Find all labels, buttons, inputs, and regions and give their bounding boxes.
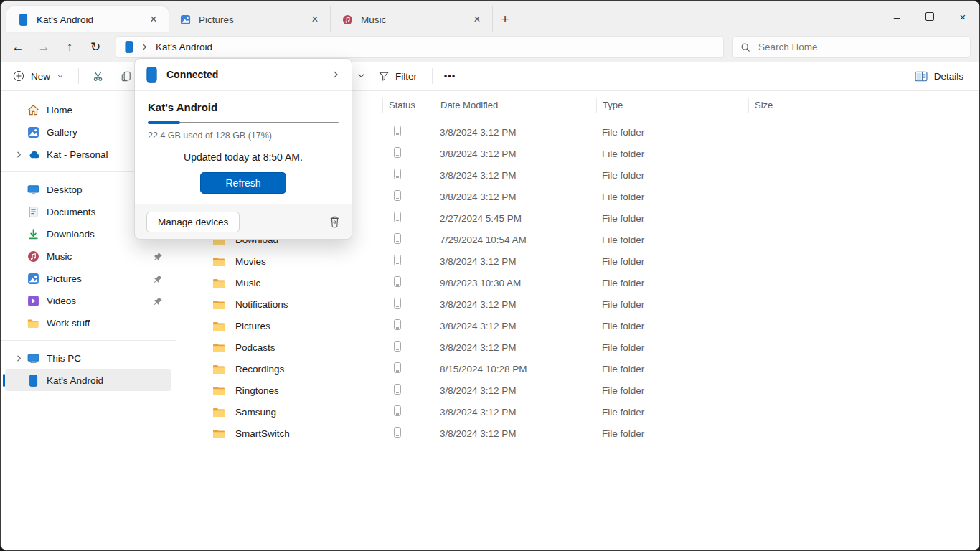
- file-name-cell: Ringtones: [176, 385, 382, 396]
- refresh-button[interactable]: ↻: [83, 36, 108, 59]
- sidebar-item-pictures[interactable]: Pictures: [5, 268, 171, 289]
- onedrive-icon: [27, 149, 40, 161]
- manage-devices-button[interactable]: Manage devices: [146, 212, 240, 232]
- more-options-button[interactable]: •••: [437, 65, 463, 88]
- tab-pictures[interactable]: Pictures×: [169, 6, 331, 32]
- file-row-pictures[interactable]: Pictures3/8/2024 3:12 PMFile folder: [176, 315, 979, 336]
- maximize-button[interactable]: [913, 1, 946, 32]
- flyout-body: Kat's Android 22.4 GB used of 128 GB (17…: [135, 91, 352, 204]
- phone-icon: [17, 12, 29, 27]
- sidebar-item-work-stuff[interactable]: Work stuff: [5, 312, 171, 334]
- file-status-cell: [382, 427, 433, 441]
- flyout-footer: Manage devices: [135, 204, 352, 239]
- close-button[interactable]: ×: [946, 1, 979, 32]
- sidebar-item-label: Documents: [47, 207, 95, 217]
- tab-music[interactable]: Music×: [331, 6, 493, 32]
- sidebar-item-label: Videos: [47, 296, 76, 306]
- file-row-notifications[interactable]: Notifications3/8/2024 3:12 PMFile folder: [176, 293, 979, 315]
- file-type: File folder: [596, 256, 748, 267]
- file-row-samsung[interactable]: Samsung3/8/2024 3:12 PMFile folder: [176, 401, 979, 423]
- file-name: Music: [235, 278, 260, 288]
- filter-button[interactable]: Filter: [371, 65, 430, 88]
- file-row-ringtones[interactable]: Ringtones3/8/2024 3:12 PMFile folder: [176, 380, 979, 401]
- details-pane-button[interactable]: Details: [908, 65, 971, 88]
- view-button-chevron[interactable]: [357, 72, 365, 80]
- phone-icon: [146, 67, 157, 83]
- filter-button-label: Filter: [395, 71, 417, 82]
- pin-icon: [154, 296, 163, 306]
- breadcrumb-device[interactable]: Kat's Android: [156, 42, 212, 52]
- flyout-header[interactable]: Connected: [135, 59, 352, 91]
- up-button[interactable]: ↑: [57, 36, 83, 59]
- toolbar-divider: [78, 68, 79, 84]
- file-date-modified: 3/8/2024 3:12 PM: [433, 192, 596, 202]
- refresh-device-button[interactable]: Refresh: [200, 172, 286, 194]
- column-header-date-modified[interactable]: Date Modified: [433, 98, 596, 113]
- address-bar[interactable]: Kat's Android: [116, 36, 724, 58]
- tab-close-icon[interactable]: ×: [144, 10, 163, 29]
- file-date-modified: 3/8/2024 3:12 PM: [433, 149, 596, 159]
- device-status-icon: [394, 276, 401, 287]
- file-type: File folder: [596, 278, 748, 288]
- tab-close-icon[interactable]: ×: [468, 10, 486, 29]
- home-icon: [27, 104, 40, 116]
- sidebar-item-videos[interactable]: Videos: [5, 290, 171, 311]
- device-status-icon: [394, 233, 401, 244]
- tab-close-icon[interactable]: ×: [306, 10, 324, 29]
- expand-chevron-icon[interactable]: [11, 354, 27, 362]
- file-row-smartswitch[interactable]: SmartSwitch3/8/2024 3:12 PMFile folder: [176, 423, 979, 444]
- folder-icon: [212, 364, 226, 375]
- tab-bar: Kat's Android×Pictures×Music× + – ×: [1, 1, 979, 32]
- device-status-icon: [394, 405, 401, 416]
- new-button[interactable]: New: [5, 65, 72, 88]
- sidebar-item-music[interactable]: Music: [5, 245, 171, 267]
- file-name-cell: Pictures: [176, 321, 382, 331]
- new-tab-button[interactable]: +: [493, 6, 517, 32]
- downloads-icon: [27, 228, 40, 240]
- search-box[interactable]: [732, 36, 971, 58]
- column-header-status[interactable]: Status: [382, 98, 433, 113]
- sidebar-item-kat-s-android[interactable]: Kat's Android: [5, 369, 171, 391]
- videos-icon: [27, 295, 40, 307]
- file-status-cell: [382, 212, 433, 225]
- file-row-recordings[interactable]: Recordings8/15/2024 10:28 PMFile folder: [176, 358, 979, 380]
- file-type: File folder: [596, 342, 748, 353]
- file-status-cell: [382, 298, 433, 311]
- file-type: File folder: [596, 149, 748, 159]
- minimize-button[interactable]: –: [880, 1, 913, 32]
- column-header-size[interactable]: Size: [748, 98, 979, 113]
- pictures-icon: [179, 12, 192, 27]
- copy-icon: [121, 70, 133, 83]
- tab-kat-s-android[interactable]: Kat's Android×: [6, 6, 169, 32]
- back-button[interactable]: ←: [5, 36, 31, 59]
- breadcrumb-chevron-icon[interactable]: [141, 43, 149, 51]
- file-date-modified: 3/8/2024 3:12 PM: [433, 321, 596, 331]
- file-type: File folder: [596, 407, 748, 418]
- breadcrumb-device-icon: [125, 41, 133, 53]
- column-header-type[interactable]: Type: [596, 98, 748, 113]
- recycle-bin-icon[interactable]: [329, 215, 340, 228]
- file-row-movies[interactable]: Movies3/8/2024 3:12 PMFile folder: [176, 250, 979, 272]
- cut-button[interactable]: [85, 65, 112, 88]
- new-button-label: New: [31, 71, 50, 82]
- toolbar-divider: [432, 68, 433, 84]
- file-name: Notifications: [235, 299, 288, 310]
- file-date-modified: 3/8/2024 3:12 PM: [433, 385, 596, 396]
- expand-chevron-icon[interactable]: [11, 151, 27, 159]
- search-input[interactable]: [757, 41, 963, 53]
- chevron-right-icon[interactable]: [331, 70, 340, 79]
- sidebar-item-label: Kat - Personal: [47, 149, 108, 160]
- file-date-modified: 3/8/2024 3:12 PM: [433, 342, 596, 353]
- file-status-cell: [382, 319, 433, 333]
- file-row-podcasts[interactable]: Podcasts3/8/2024 3:12 PMFile folder: [176, 336, 979, 358]
- sidebar-item-this-pc[interactable]: This PC: [5, 347, 171, 369]
- file-date-modified: 3/8/2024 3:12 PM: [433, 127, 596, 138]
- file-explorer-window: Kat's Android×Pictures×Music× + – × ← → …: [0, 0, 980, 551]
- file-type: File folder: [596, 127, 748, 138]
- storage-progress-fill: [148, 121, 180, 124]
- tab-label: Pictures: [199, 14, 306, 25]
- file-status-cell: [382, 276, 433, 290]
- file-type: File folder: [596, 192, 748, 202]
- file-row-music[interactable]: Music9/8/2023 10:30 AMFile folder: [176, 272, 979, 293]
- forward-button[interactable]: →: [31, 36, 57, 59]
